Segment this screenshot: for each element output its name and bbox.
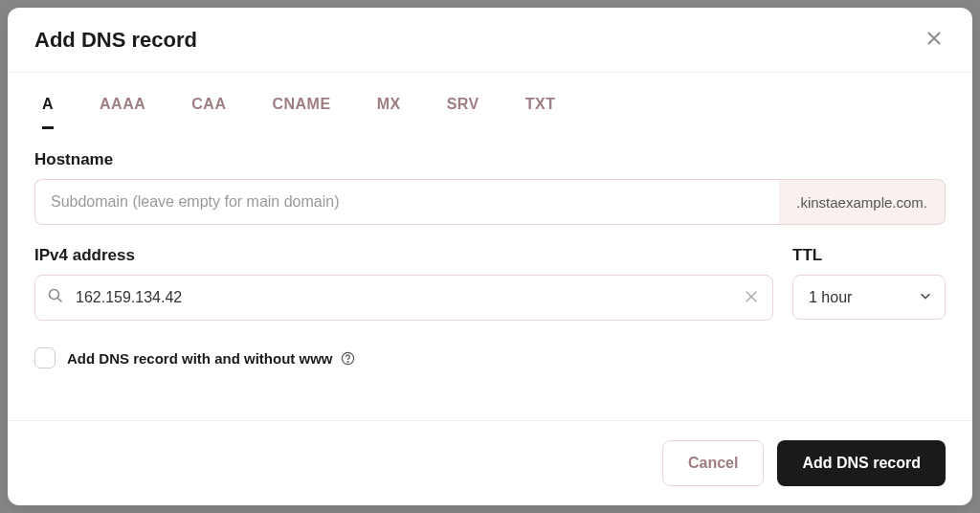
submit-button[interactable]: Add DNS record (777, 440, 946, 486)
tab-aaaa[interactable]: AAAA (100, 96, 145, 129)
modal-body: A AAAA CAA CNAME MX SRV TXT Hostname .ki… (8, 73, 972, 420)
tab-txt[interactable]: TXT (525, 96, 556, 129)
svg-point-7 (347, 361, 348, 362)
help-icon[interactable] (341, 351, 355, 366)
hostname-input-group: .kinstaexample.com. (34, 179, 946, 225)
clear-icon (745, 292, 758, 306)
ttl-section: TTL 1 hour (792, 246, 946, 321)
hostname-label: Hostname (34, 150, 946, 169)
close-button[interactable] (923, 27, 946, 53)
ipv4-ttl-row: IPv4 address (34, 246, 946, 321)
www-checkbox-label[interactable]: Add DNS record with and without www (67, 350, 355, 367)
www-checkbox[interactable] (34, 347, 56, 368)
record-type-tabs: A AAAA CAA CNAME MX SRV TXT (42, 73, 946, 129)
modal-header: Add DNS record (8, 8, 972, 73)
ipv4-label: IPv4 address (34, 246, 773, 265)
hostname-input[interactable] (34, 179, 779, 225)
tab-mx[interactable]: MX (377, 96, 401, 129)
ttl-select-wrapper: 1 hour (792, 275, 946, 320)
modal-title: Add DNS record (34, 28, 197, 53)
ttl-select[interactable]: 1 hour (792, 275, 946, 320)
ipv4-section: IPv4 address (34, 246, 773, 321)
modal-footer: Cancel Add DNS record (8, 420, 972, 505)
ipv4-input-wrapper (34, 275, 773, 321)
www-checkbox-label-text: Add DNS record with and without www (67, 350, 333, 367)
www-checkbox-row: Add DNS record with and without www (34, 347, 946, 368)
clear-ipv4-button[interactable] (741, 286, 762, 310)
ipv4-input[interactable] (34, 275, 773, 321)
add-dns-record-modal: Add DNS record A AAAA CAA CNAME MX SRV T… (8, 8, 972, 505)
close-icon (926, 31, 942, 49)
hostname-section: Hostname .kinstaexample.com. (34, 150, 946, 225)
tab-caa[interactable]: CAA (191, 96, 226, 129)
ttl-label: TTL (792, 246, 946, 265)
cancel-button[interactable]: Cancel (662, 440, 764, 486)
tab-srv[interactable]: SRV (447, 96, 479, 129)
tab-cname[interactable]: CNAME (272, 96, 330, 129)
domain-suffix: .kinstaexample.com. (779, 179, 946, 225)
tab-a[interactable]: A (42, 96, 54, 129)
